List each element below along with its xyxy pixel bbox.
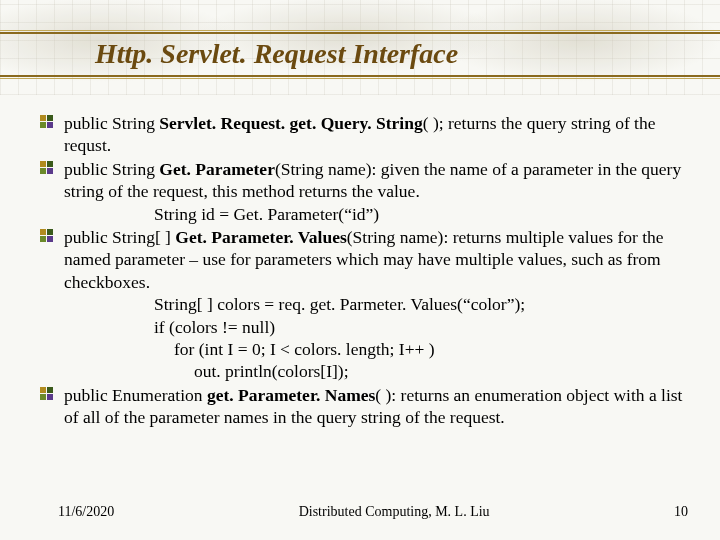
footer-page: 10 — [674, 504, 688, 520]
svg-rect-8 — [40, 229, 46, 235]
item-text: public String[ ] Get. Parameter. Values(… — [64, 227, 664, 292]
svg-rect-5 — [47, 161, 53, 167]
footer-date: 11/6/2020 — [58, 504, 114, 520]
code-line: if (colors != null) — [64, 316, 692, 338]
list-item: public String Servlet. Request. get. Que… — [34, 112, 692, 157]
content-area: public String Servlet. Request. get. Que… — [34, 112, 692, 429]
list-item: public String[ ] Get. Parameter. Values(… — [34, 226, 692, 383]
bullet-icon — [40, 387, 54, 401]
bullet-icon — [40, 115, 54, 129]
code-line: for (int I = 0; I < colors. length; I++ … — [64, 338, 692, 360]
svg-rect-2 — [40, 122, 46, 128]
footer-center: Distributed Computing, M. L. Liu — [114, 504, 674, 520]
title-block: Http. Servlet. Request Interface — [0, 30, 720, 80]
svg-rect-3 — [47, 122, 53, 128]
svg-rect-13 — [47, 387, 53, 393]
page-title: Http. Servlet. Request Interface — [0, 34, 720, 74]
item-text: public Enumeration get. Parameter. Names… — [64, 385, 682, 427]
svg-rect-14 — [40, 394, 46, 400]
list-item: public String Get. Parameter(String name… — [34, 158, 692, 225]
svg-rect-7 — [47, 168, 53, 174]
footer: 11/6/2020 Distributed Computing, M. L. L… — [0, 504, 720, 520]
svg-rect-9 — [47, 229, 53, 235]
svg-rect-10 — [40, 236, 46, 242]
code-line: String[ ] colors = req. get. Parmeter. V… — [64, 293, 692, 315]
svg-rect-4 — [40, 161, 46, 167]
item-text: public String Servlet. Request. get. Que… — [64, 113, 656, 155]
svg-rect-6 — [40, 168, 46, 174]
item-text: public String Get. Parameter(String name… — [64, 159, 681, 201]
svg-rect-1 — [47, 115, 53, 121]
bullet-icon — [40, 161, 54, 175]
svg-rect-11 — [47, 236, 53, 242]
bullet-icon — [40, 229, 54, 243]
svg-rect-12 — [40, 387, 46, 393]
list-item: public Enumeration get. Parameter. Names… — [34, 384, 692, 429]
svg-rect-0 — [40, 115, 46, 121]
code-line: out. println(colors[I]); — [64, 360, 692, 382]
svg-rect-15 — [47, 394, 53, 400]
code-line: String id = Get. Parameter(“id”) — [64, 203, 692, 225]
